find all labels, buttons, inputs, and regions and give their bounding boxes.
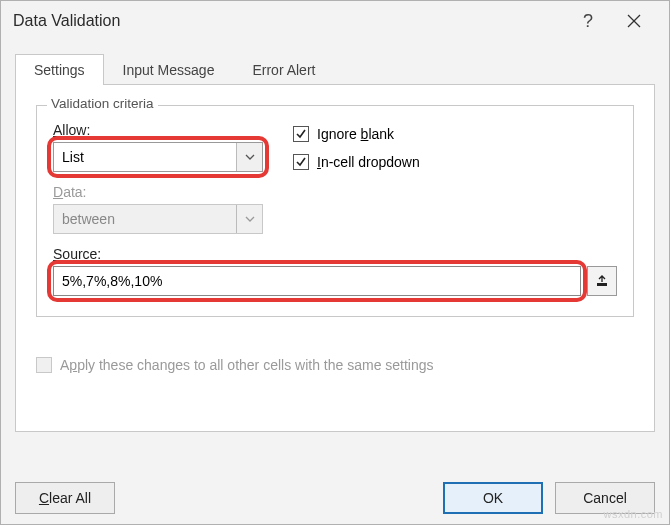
tab-input-message[interactable]: Input Message [104, 54, 234, 85]
content: Settings Input Message Error Alert Valid… [1, 41, 669, 432]
range-selector-icon [595, 274, 609, 288]
data-label: Data: [53, 184, 263, 200]
incell-dropdown-label: In-cell dropdown [317, 154, 420, 170]
settings-panel: Validation criteria Allow: List [15, 84, 655, 432]
data-dropdown: between [53, 204, 263, 234]
tab-error-alert[interactable]: Error Alert [233, 54, 334, 85]
highlight-source: 5%,7%,8%,10% [47, 260, 587, 302]
titlebar: Data Validation ? [1, 1, 669, 41]
ok-button[interactable]: OK [443, 482, 543, 514]
incell-dropdown-checkbox[interactable]: In-cell dropdown [293, 154, 420, 170]
allow-dropdown[interactable]: List [53, 142, 263, 172]
ignore-blank-label: Ignore blank [317, 126, 394, 142]
dialog-title: Data Validation [13, 12, 565, 30]
apply-checkbox-box [36, 357, 52, 373]
allow-dropdown-button[interactable] [236, 143, 262, 171]
check-icon [295, 128, 307, 140]
allow-value: List [54, 149, 236, 165]
apply-changes-checkbox: Apply these changes to all other cells w… [36, 357, 634, 373]
validation-criteria-group: Validation criteria Allow: List [36, 105, 634, 317]
range-selector-button[interactable] [587, 266, 617, 296]
apply-changes-label: Apply these changes to all other cells w… [60, 357, 434, 373]
svg-rect-2 [597, 283, 607, 286]
check-icon [295, 156, 307, 168]
chevron-down-icon [245, 216, 255, 222]
chevron-down-icon [245, 154, 255, 160]
criteria-legend: Validation criteria [47, 96, 158, 111]
dialog-footer: Clear All OK Cancel [15, 482, 655, 514]
highlight-allow: List [47, 136, 269, 178]
close-icon [627, 14, 641, 28]
ignore-blank-checkbox[interactable]: Ignore blank [293, 126, 420, 142]
source-input[interactable]: 5%,7%,8%,10% [53, 266, 581, 296]
tab-row: Settings Input Message Error Alert [15, 51, 655, 85]
data-dropdown-button [236, 205, 262, 233]
clear-all-button[interactable]: Clear All [15, 482, 115, 514]
watermark: wsxdn.com [603, 508, 663, 520]
close-button[interactable] [611, 1, 657, 41]
help-button[interactable]: ? [565, 1, 611, 41]
dialog-window: Data Validation ? Settings Input Message… [0, 0, 670, 525]
tab-settings[interactable]: Settings [15, 54, 104, 85]
data-value: between [54, 211, 236, 227]
